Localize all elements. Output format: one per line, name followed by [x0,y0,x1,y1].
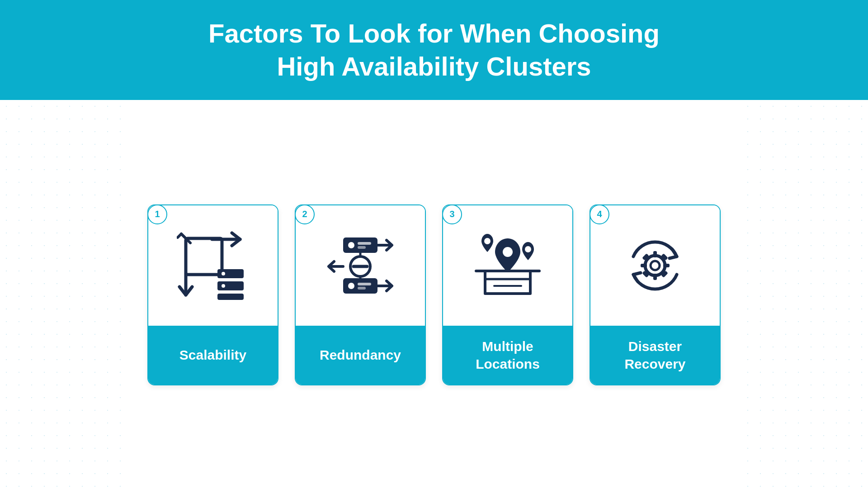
page-header: Factors To Look for When Choosing High A… [0,0,868,100]
svg-rect-11 [358,242,371,245]
card-number-1: 1 [147,204,167,224]
svg-rect-19 [358,287,366,290]
disaster-recovery-label-area: DisasterRecovery [590,326,720,385]
disaster-recovery-icon [619,229,691,302]
multiple-locations-icon-area [443,205,572,326]
svg-rect-18 [358,283,371,285]
scalability-label: Scalability [179,346,246,364]
scalability-icon [177,229,249,302]
svg-point-6 [222,272,225,275]
svg-rect-32 [653,251,657,257]
card-redundancy: 2 [295,204,426,385]
scalability-label-area: Scalability [148,326,278,385]
svg-point-27 [503,247,513,257]
svg-point-17 [348,283,354,289]
redundancy-icon-area [296,205,425,326]
svg-rect-12 [358,246,366,249]
card-number-2: 2 [295,204,315,224]
title-line1: Factors To Look for When Choosing [208,19,660,48]
scalability-icon-area [148,205,278,326]
multiple-locations-label-area: MultipleLocations [443,326,572,385]
svg-point-28 [484,238,491,244]
title-line2: High Availability Clusters [277,52,591,81]
cards-container: 1 [0,100,868,489]
card-number-3: 3 [442,204,462,224]
svg-rect-35 [663,264,670,267]
redundancy-label: Redundancy [320,346,401,364]
svg-point-30 [645,256,665,275]
svg-rect-3 [217,269,244,278]
svg-point-29 [525,246,531,252]
card-disaster-recovery: 4 [590,204,721,385]
svg-rect-5 [217,294,244,300]
svg-point-7 [222,284,225,288]
redundancy-label-area: Redundancy [296,326,425,385]
svg-rect-34 [641,264,647,267]
page-title: Factors To Look for When Choosing High A… [9,17,859,83]
svg-rect-4 [217,281,244,290]
svg-rect-33 [653,274,657,280]
svg-point-31 [651,261,660,270]
main-content: 1 [0,100,868,489]
multiple-locations-label: MultipleLocations [476,337,540,373]
multiple-locations-icon [472,229,544,302]
disaster-recovery-label: DisasterRecovery [624,337,685,373]
redundancy-icon [324,229,396,302]
svg-point-10 [348,242,354,248]
disaster-recovery-icon-area [590,205,720,326]
card-multiple-locations: 3 [442,204,573,385]
card-number-4: 4 [590,204,609,224]
card-scalability: 1 [147,204,278,385]
